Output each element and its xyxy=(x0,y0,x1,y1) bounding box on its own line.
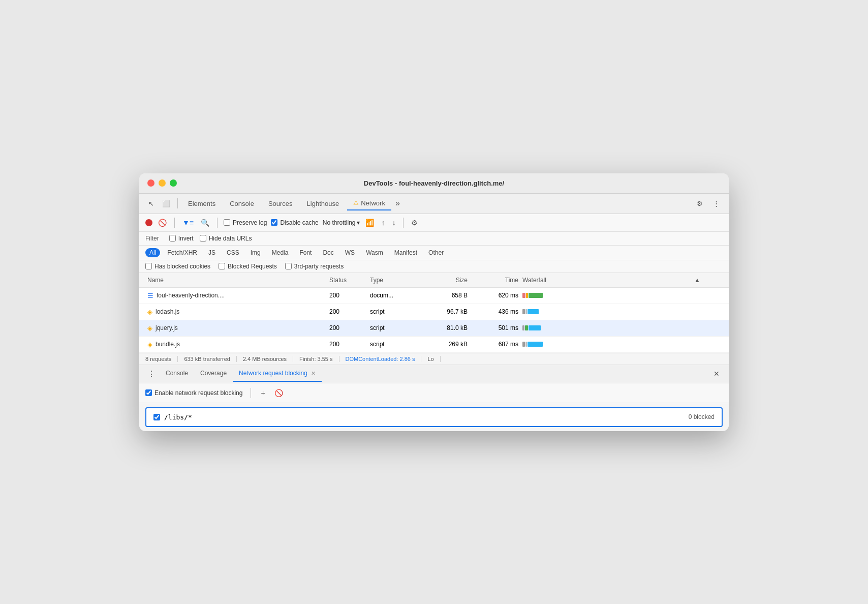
add-pattern-button[interactable]: + xyxy=(259,387,266,399)
maximize-button[interactable] xyxy=(170,179,177,187)
throttle-select[interactable]: No throttling ▾ xyxy=(323,219,360,226)
row-name-col: ◈ lodash.js xyxy=(145,307,327,317)
upload-icon[interactable]: ↑ xyxy=(380,217,386,228)
row-time: 687 ms xyxy=(470,340,520,349)
minimize-button[interactable] xyxy=(159,179,166,187)
script-icon: ◈ xyxy=(147,341,152,348)
bottom-panel: ⋮ Console Coverage Network request block… xyxy=(139,365,729,427)
filter-icon[interactable]: ▼≡ xyxy=(181,217,195,228)
wifi-icon[interactable]: 📶 xyxy=(364,217,376,228)
tab-close-button[interactable]: ✕ xyxy=(311,370,316,376)
tab-sources[interactable]: Sources xyxy=(262,197,299,210)
row-status: 200 xyxy=(327,291,368,300)
traffic-lights xyxy=(147,179,177,187)
more-options-button[interactable]: ⋮ xyxy=(710,198,723,209)
rule-pattern: /libs/* xyxy=(164,413,192,421)
devtools-window: DevTools - foul-heavenly-direction.glitc… xyxy=(139,173,729,431)
tab-console[interactable]: Console xyxy=(160,366,194,382)
type-filter-doc[interactable]: Doc xyxy=(319,248,337,257)
row-waterfall xyxy=(520,324,702,331)
third-party-requests-checkbox[interactable]: 3rd-party requests xyxy=(285,263,344,270)
search-icon[interactable]: 🔍 xyxy=(199,217,211,228)
script-icon: ◈ xyxy=(147,324,152,332)
dom-content-loaded: DOMContentLoaded: 2.86 s xyxy=(339,356,422,362)
table-row[interactable]: ☰ foul-heavenly-direction.... 200 docum.… xyxy=(139,288,729,304)
cursor-icon[interactable]: ↖ xyxy=(145,198,157,209)
sort-icon[interactable]: ▲ xyxy=(694,277,700,284)
main-toolbar: ↖ ⬜ Elements Console Sources Lighthouse … xyxy=(139,194,729,214)
separator xyxy=(251,388,251,398)
row-waterfall xyxy=(520,341,702,348)
type-filter-media[interactable]: Media xyxy=(268,248,293,257)
separator xyxy=(217,218,218,228)
load-time: Lo xyxy=(421,356,440,362)
type-filter-css[interactable]: CSS xyxy=(223,248,243,257)
type-filter-wasm[interactable]: Wasm xyxy=(362,248,387,257)
record-button[interactable] xyxy=(145,219,152,226)
blocking-toolbar: Enable network request blocking + 🚫 xyxy=(139,383,729,403)
row-waterfall xyxy=(520,292,702,299)
more-panels-button[interactable]: ⋮ xyxy=(143,365,160,383)
type-filter-bar: All Fetch/XHR JS CSS Img Media Font Doc … xyxy=(139,246,729,260)
download-icon[interactable]: ↓ xyxy=(390,217,397,228)
type-filter-font[interactable]: Font xyxy=(295,248,316,257)
has-blocked-cookies-checkbox[interactable]: Has blocked cookies xyxy=(145,263,210,270)
close-bottom-panel-button[interactable]: ✕ xyxy=(708,367,725,381)
script-icon: ◈ xyxy=(147,308,152,316)
toolbar-right: ⚙ ⋮ xyxy=(694,198,723,209)
network-settings-icon[interactable]: ⚙ xyxy=(410,217,419,228)
type-filter-js[interactable]: JS xyxy=(204,248,220,257)
row-waterfall xyxy=(520,308,702,315)
bottom-tabs: ⋮ Console Coverage Network request block… xyxy=(139,365,729,383)
clear-patterns-button[interactable]: 🚫 xyxy=(273,387,285,399)
tab-coverage[interactable]: Coverage xyxy=(194,366,233,382)
header-time: Time xyxy=(470,276,520,285)
row-status: 200 xyxy=(327,340,368,349)
invert-checkbox[interactable]: Invert xyxy=(169,235,194,242)
row-type: script xyxy=(368,307,419,316)
type-filter-ws[interactable]: WS xyxy=(341,248,359,257)
tab-network[interactable]: ⚠ Network xyxy=(347,197,391,210)
type-filter-fetch-xhr[interactable]: Fetch/XHR xyxy=(163,248,201,257)
table-row[interactable]: ◈ lodash.js 200 script 96.7 kB 436 ms xyxy=(139,304,729,320)
blocking-rule-item[interactable]: /libs/* 0 blocked xyxy=(145,407,723,427)
type-filter-manifest[interactable]: Manifest xyxy=(390,248,421,257)
settings-button[interactable]: ⚙ xyxy=(694,198,706,209)
more-tabs-button[interactable]: » xyxy=(393,197,402,210)
separator xyxy=(177,198,178,208)
type-filter-all[interactable]: All xyxy=(145,248,160,257)
tab-network-request-blocking[interactable]: Network request blocking ✕ xyxy=(233,366,322,382)
disable-cache-checkbox[interactable]: Disable cache xyxy=(271,219,318,226)
window-title: DevTools - foul-heavenly-direction.glitc… xyxy=(364,179,504,187)
row-status: 200 xyxy=(327,323,368,333)
separator xyxy=(403,218,404,228)
row-time: 436 ms xyxy=(470,307,520,316)
requests-count: 8 requests xyxy=(145,356,178,362)
chevron-down-icon: ▾ xyxy=(357,219,360,226)
tab-lighthouse[interactable]: Lighthouse xyxy=(301,197,346,210)
tab-console[interactable]: Console xyxy=(224,197,260,210)
table-row[interactable]: ◈ bundle.js 200 script 269 kB 687 ms xyxy=(139,337,729,353)
filter-label: Filter xyxy=(145,235,159,242)
separator xyxy=(174,218,175,228)
clear-button[interactable]: 🚫 xyxy=(157,217,168,228)
preserve-log-checkbox[interactable]: Preserve log xyxy=(224,219,267,226)
table-header: Name Status Type Size Time Waterfall ▲ xyxy=(139,273,729,288)
row-time: 501 ms xyxy=(470,323,520,333)
resources-size: 2.4 MB resources xyxy=(237,356,293,362)
inspect-icon[interactable]: ⬜ xyxy=(159,198,173,209)
row-size: 658 B xyxy=(419,291,470,300)
hide-data-urls-checkbox[interactable]: Hide data URLs xyxy=(200,235,252,242)
row-type: docum... xyxy=(368,291,419,300)
filter-bar: Filter Invert Hide data URLs xyxy=(139,232,729,246)
tab-elements[interactable]: Elements xyxy=(182,197,222,210)
row-size: 269 kB xyxy=(419,340,470,349)
table-row[interactable]: ◈ jquery.js 200 script 81.0 kB 501 ms xyxy=(139,320,729,337)
network-toolbar: 🚫 ▼≡ 🔍 Preserve log Disable cache No thr… xyxy=(139,214,729,232)
type-filter-other[interactable]: Other xyxy=(424,248,448,257)
rule-checkbox[interactable] xyxy=(153,414,160,420)
blocked-requests-checkbox[interactable]: Blocked Requests xyxy=(219,263,277,270)
enable-blocking-checkbox[interactable]: Enable network request blocking xyxy=(145,389,242,397)
type-filter-img[interactable]: Img xyxy=(246,248,265,257)
close-button[interactable] xyxy=(147,179,154,187)
